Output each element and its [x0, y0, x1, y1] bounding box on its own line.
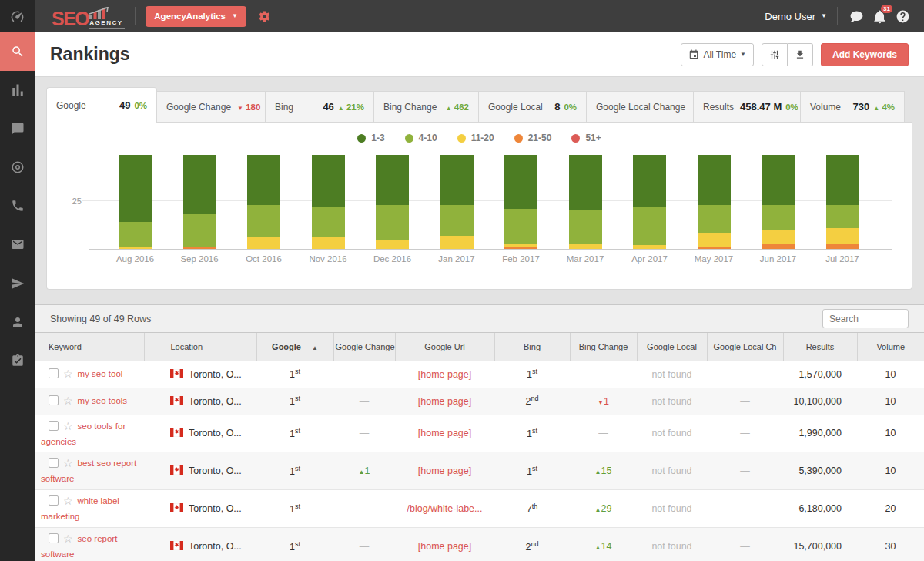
- star-icon[interactable]: ☆: [63, 457, 73, 469]
- column-header-gchange[interactable]: Google Change: [333, 333, 395, 361]
- volume-cell: 10: [857, 452, 924, 490]
- column-header-bchange[interactable]: Bing Change: [570, 333, 637, 361]
- google-change-cell: —: [333, 415, 395, 452]
- url-link[interactable]: [home page]: [418, 396, 472, 407]
- column-header-location[interactable]: Location: [144, 333, 256, 361]
- tab-google-local-change[interactable]: Google Local Change: [587, 91, 694, 123]
- column-header-glchange[interactable]: Google Local Ch: [707, 333, 783, 361]
- sidebar-item-clients[interactable]: [0, 303, 35, 341]
- url-link[interactable]: [home page]: [418, 541, 472, 552]
- tab-filler: [905, 91, 912, 123]
- x-axis-label: Feb 2017: [487, 254, 556, 264]
- sidebar-item-calls[interactable]: [0, 186, 35, 225]
- bing-change-cell: ▲15: [570, 452, 637, 490]
- account-switcher-button[interactable]: AgencyAnalytics ▼: [146, 6, 246, 27]
- sort-asc-icon: ▲: [312, 344, 318, 351]
- sidebar-item-campaigns[interactable]: [0, 264, 35, 303]
- bar-segment: [183, 247, 216, 249]
- envelope-icon: [11, 237, 25, 251]
- bar-segment: [633, 245, 666, 249]
- tab-metrics: 46▲ 21%: [316, 101, 364, 113]
- add-keywords-button[interactable]: Add Keywords: [821, 43, 909, 66]
- bar-segment: [183, 214, 216, 247]
- tab-results[interactable]: Results458.47 M0%: [694, 91, 801, 123]
- google-url-cell: /blog/white-labe...: [395, 490, 494, 528]
- keyword-cell: ☆best seo report software: [35, 452, 144, 490]
- sidebar-item-analytics[interactable]: [0, 71, 35, 109]
- column-header-volume[interactable]: Volume: [857, 333, 924, 361]
- download-button[interactable]: [788, 43, 813, 66]
- paper-plane-icon: [11, 277, 25, 291]
- bing-rank-cell: 7th: [494, 490, 570, 528]
- filter-columns-button[interactable]: [762, 43, 788, 66]
- url-link[interactable]: [home page]: [418, 369, 472, 380]
- bar-segment: [504, 247, 537, 249]
- url-link[interactable]: [home page]: [418, 428, 472, 438]
- bar-segment: [312, 237, 345, 249]
- column-header-keyword[interactable]: Keyword: [35, 333, 144, 361]
- tab-bing-change[interactable]: Bing Change▲ 462: [374, 91, 479, 123]
- column-header-glocal[interactable]: Google Local: [637, 333, 707, 361]
- help-icon[interactable]: [896, 9, 910, 24]
- clipboard-icon: [11, 354, 25, 368]
- no-change-dash: —: [598, 369, 608, 380]
- tab-google-change[interactable]: Google Change▼ 180: [157, 91, 266, 123]
- sidebar-item-email[interactable]: [0, 225, 35, 264]
- settings-gear-icon[interactable]: [258, 10, 271, 23]
- sidebar-item-rankings[interactable]: [0, 32, 35, 71]
- row-checkbox[interactable]: [49, 458, 59, 468]
- location-cell: Toronto, O...: [144, 490, 256, 528]
- keyword-link[interactable]: my seo tools: [78, 396, 128, 405]
- tab-google[interactable]: Google490%: [46, 87, 157, 123]
- bar-segment: [504, 209, 537, 244]
- google-rank-cell: 1st: [256, 388, 333, 415]
- star-icon[interactable]: ☆: [63, 532, 73, 545]
- legend-dot: [357, 134, 366, 143]
- bar-segment: [376, 205, 409, 240]
- bar-segment: [247, 205, 280, 237]
- bar-segment: [698, 233, 731, 247]
- tab-metrics: 730▲ 4%: [847, 101, 895, 113]
- sidebar-item-dashboard[interactable]: [0, 0, 35, 32]
- row-checkbox[interactable]: [49, 395, 59, 405]
- notifications-bell-icon[interactable]: 31: [872, 9, 887, 24]
- sidebar-item-messages[interactable]: [0, 109, 35, 148]
- sidebar-item-tasks[interactable]: [0, 341, 35, 380]
- chevron-down-icon: ▼: [740, 52, 746, 58]
- tab-google-local[interactable]: Google Local80%: [479, 91, 587, 123]
- tab-volume[interactable]: Volume730▲ 4%: [801, 91, 905, 123]
- tab-bing[interactable]: Bing46▲ 21%: [266, 91, 374, 123]
- url-link[interactable]: /blog/white-labe...: [407, 503, 483, 514]
- star-icon[interactable]: ☆: [63, 495, 73, 507]
- bar-segment: [119, 247, 152, 249]
- url-link[interactable]: [home page]: [418, 465, 472, 476]
- no-change-dash: —: [360, 428, 370, 438]
- bar-segment: [119, 222, 152, 247]
- sidebar-item-goals[interactable]: [0, 148, 35, 186]
- chevron-down-icon: ▼: [232, 13, 238, 19]
- row-checkbox[interactable]: [49, 368, 59, 378]
- canada-flag-icon: [170, 428, 183, 437]
- user-menu[interactable]: Demo User ▼: [765, 11, 827, 22]
- star-icon[interactable]: ☆: [63, 395, 73, 407]
- column-header-google[interactable]: Google▲: [256, 333, 333, 361]
- calendar-icon: [688, 49, 699, 60]
- column-header-gurl[interactable]: Google Url: [395, 333, 494, 361]
- logo[interactable]: SEO AGENCY: [52, 3, 125, 29]
- star-icon[interactable]: ☆: [63, 368, 73, 380]
- star-icon[interactable]: ☆: [63, 420, 73, 432]
- column-header-bing[interactable]: Bing: [494, 333, 570, 361]
- search-input[interactable]: [822, 309, 909, 328]
- keyword-link[interactable]: my seo tool: [78, 369, 123, 378]
- row-checkbox[interactable]: [49, 495, 59, 506]
- date-range-label: All Time: [703, 49, 736, 60]
- row-checkbox[interactable]: [49, 421, 59, 431]
- bar-segment: [633, 207, 666, 245]
- row-checkbox[interactable]: [49, 533, 59, 543]
- date-range-button[interactable]: All Time ▼: [681, 43, 754, 66]
- chat-icon[interactable]: [849, 9, 864, 24]
- bing-change-cell: ▲14: [570, 527, 637, 561]
- column-header-results[interactable]: Results: [783, 333, 857, 361]
- bing-change-cell: ▼1: [570, 388, 637, 415]
- legend-label: 1-3: [371, 133, 384, 143]
